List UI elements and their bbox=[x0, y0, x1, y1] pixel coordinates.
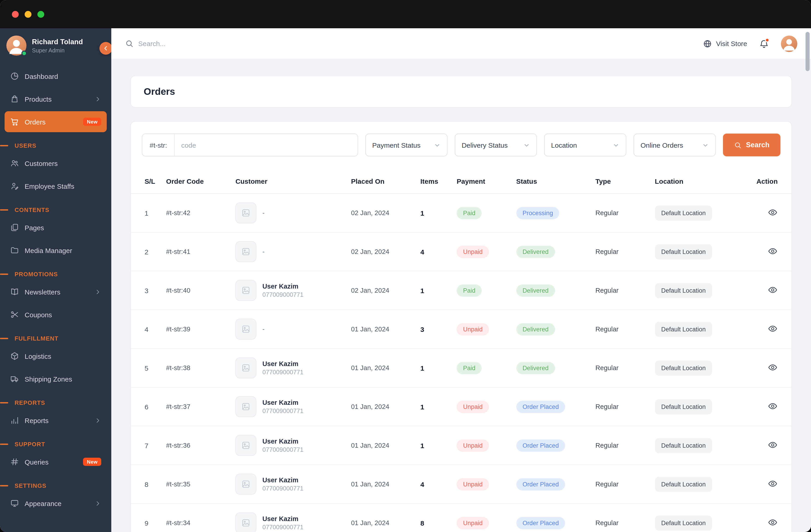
user-avatar[interactable] bbox=[781, 35, 797, 52]
view-order-button[interactable] bbox=[768, 246, 778, 256]
scrollbar-thumb[interactable] bbox=[806, 32, 810, 71]
global-search bbox=[125, 39, 703, 48]
global-search-input[interactable] bbox=[138, 40, 275, 47]
cell-order-code: #t-str:35 bbox=[160, 465, 230, 503]
cell-status: Delivered bbox=[511, 271, 590, 310]
column-header-type: Type bbox=[590, 167, 649, 193]
location-badge: Default Location bbox=[655, 399, 712, 414]
status-badge: Processing bbox=[516, 207, 560, 219]
pages-icon bbox=[10, 223, 19, 232]
image-icon bbox=[241, 480, 250, 489]
sidebar-item-coupons[interactable]: Coupons bbox=[4, 304, 107, 325]
search-button-label: Search bbox=[746, 141, 769, 149]
sidebar-item-media-manager[interactable]: Media Manager bbox=[4, 240, 107, 261]
visit-store-link[interactable]: Visit Store bbox=[703, 39, 747, 48]
sidebar-item-orders[interactable]: OrdersNew bbox=[4, 111, 107, 132]
customer-image-placeholder bbox=[235, 280, 256, 301]
cell-type: Regular bbox=[590, 387, 649, 426]
close-window-button[interactable] bbox=[12, 11, 19, 18]
cell-customer: User Kazim077009000771 bbox=[230, 271, 346, 310]
cell-location: Default Location bbox=[649, 503, 748, 532]
queries-icon bbox=[10, 457, 19, 466]
sidebar-item-shipping-zones[interactable]: Shipping Zones bbox=[4, 368, 107, 389]
customer-name: - bbox=[262, 248, 264, 255]
chevron-right-icon bbox=[94, 500, 101, 507]
zoom-window-button[interactable] bbox=[37, 11, 44, 18]
sidebar-item-pages[interactable]: Pages bbox=[4, 217, 107, 238]
cell-location: Default Location bbox=[649, 193, 748, 232]
payment-badge: Unpaid bbox=[457, 439, 489, 452]
logistics-icon bbox=[10, 351, 19, 361]
view-order-button[interactable] bbox=[768, 401, 778, 411]
notification-dot bbox=[765, 37, 769, 42]
media-icon bbox=[10, 246, 19, 255]
profile-name: Richard Toland bbox=[32, 37, 83, 47]
view-order-button[interactable] bbox=[768, 517, 778, 527]
delivery-status-dropdown[interactable]: Delivery Status bbox=[455, 134, 537, 156]
section-dash bbox=[0, 145, 8, 146]
sidebar-item-products[interactable]: Products bbox=[4, 89, 107, 109]
orders-icon bbox=[10, 117, 19, 126]
cell-type: Regular bbox=[590, 465, 649, 503]
chevron-right-icon bbox=[94, 288, 101, 295]
cell-payment: Unpaid bbox=[452, 426, 511, 465]
window-titlebar bbox=[0, 0, 811, 28]
sidebar-item-reports[interactable]: Reports bbox=[4, 410, 107, 431]
image-icon bbox=[241, 518, 250, 528]
payment-badge: Unpaid bbox=[457, 478, 489, 490]
search-button[interactable]: Search bbox=[723, 134, 780, 156]
view-order-button[interactable] bbox=[768, 207, 778, 217]
cell-type: Regular bbox=[590, 426, 649, 465]
payment-status-dropdown[interactable]: Payment Status bbox=[365, 134, 447, 156]
sidebar-section-fulfillment: FULFILLMENT bbox=[0, 335, 111, 342]
cell-placed-on: 01 Jan, 2024 bbox=[346, 503, 415, 532]
order-row: 8#t-str:35User Kazim07700900077101 Jan, … bbox=[131, 465, 791, 503]
cell-status: Order Placed bbox=[511, 503, 590, 532]
cell-location: Default Location bbox=[649, 348, 748, 387]
new-badge: New bbox=[83, 458, 101, 466]
location-dropdown[interactable]: Location bbox=[544, 134, 626, 156]
sidebar-item-appearance[interactable]: Appearance bbox=[4, 493, 107, 514]
minimize-window-button[interactable] bbox=[25, 11, 31, 18]
sidebar-item-logistics[interactable]: Logistics bbox=[4, 346, 107, 366]
location-badge: Default Location bbox=[655, 322, 712, 337]
view-order-button[interactable] bbox=[768, 324, 778, 333]
cell-status: Processing bbox=[511, 193, 590, 232]
view-order-button[interactable] bbox=[768, 440, 778, 450]
cell-order-code: #t-str:37 bbox=[160, 387, 230, 426]
sidebar-section-promotions: PROMOTIONS bbox=[0, 271, 111, 278]
payment-badge: Unpaid bbox=[457, 323, 489, 335]
cell-order-code: #t-str:34 bbox=[160, 503, 230, 532]
online-orders-dropdown[interactable]: Online Orders bbox=[633, 134, 716, 156]
order-row: 2#t-str:41-02 Jan, 20244UnpaidDeliveredR… bbox=[131, 232, 791, 271]
cell-payment: Unpaid bbox=[452, 310, 511, 348]
payment-badge: Unpaid bbox=[457, 517, 489, 529]
orders-table: S/LOrder CodeCustomerPlaced OnItemsPayme… bbox=[131, 167, 791, 532]
order-code-input[interactable] bbox=[175, 134, 357, 156]
page-content: Orders #t-str: Payment StatusDelivery St… bbox=[111, 59, 811, 532]
order-row: 3#t-str:40User Kazim07700900077102 Jan, … bbox=[131, 271, 791, 310]
payment-badge: Unpaid bbox=[457, 401, 489, 413]
cell-action bbox=[749, 503, 791, 532]
sidebar-item-customers[interactable]: Customers bbox=[4, 153, 107, 174]
notifications-button[interactable] bbox=[759, 38, 769, 49]
sidebar-profile[interactable]: Richard Toland Super Admin bbox=[0, 28, 111, 63]
view-order-button[interactable] bbox=[768, 362, 778, 372]
cell-items: 1 bbox=[415, 387, 451, 426]
view-order-button[interactable] bbox=[768, 285, 778, 295]
sidebar-item-label: Newsletters bbox=[25, 288, 60, 296]
cell-customer: - bbox=[230, 232, 346, 271]
order-row: 5#t-str:38User Kazim07700900077101 Jan, … bbox=[131, 348, 791, 387]
sidebar-item-queries[interactable]: QueriesNew bbox=[4, 451, 107, 472]
sidebar-item-newsletters[interactable]: Newsletters bbox=[4, 281, 107, 302]
sidebar-item-employee-staffs[interactable]: Employee Staffs bbox=[4, 175, 107, 197]
sidebar-item-label: Orders bbox=[25, 118, 46, 126]
sidebar-collapse-button[interactable] bbox=[100, 42, 111, 55]
column-header-location: Location bbox=[649, 167, 748, 193]
sidebar-item-dashboard[interactable]: Dashboard bbox=[4, 66, 107, 87]
cell-sl: 2 bbox=[131, 232, 160, 271]
vertical-scrollbar bbox=[805, 30, 810, 530]
sidebar-item-label: Appearance bbox=[25, 499, 62, 507]
image-icon bbox=[241, 208, 250, 217]
view-order-button[interactable] bbox=[768, 479, 778, 488]
